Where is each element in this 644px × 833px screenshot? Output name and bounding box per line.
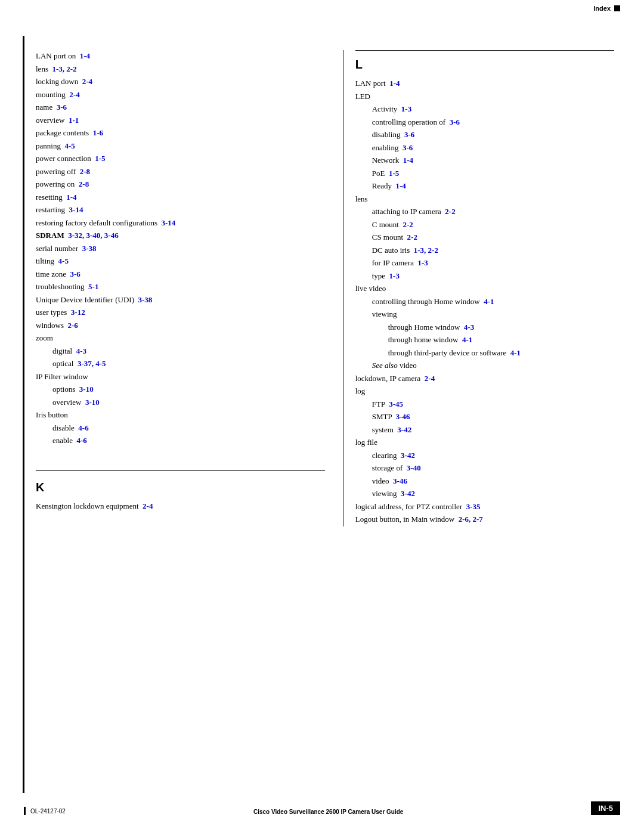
list-item: DC auto iris 1-3, 2-2 xyxy=(372,244,614,256)
k-section: K Kensington lockdown equipment 2-4 xyxy=(36,470,325,512)
list-item: LED xyxy=(355,91,614,103)
list-item: attaching to IP camera 2-2 xyxy=(372,206,614,218)
list-item: system 3-42 xyxy=(372,424,614,436)
list-item: powering off 2-8 xyxy=(36,166,325,178)
list-item: Iris button xyxy=(36,409,325,421)
list-item: lockdown, IP camera 2-4 xyxy=(355,373,614,385)
list-item: IP Filter window xyxy=(36,371,325,383)
footer-page: IN-5 xyxy=(591,801,620,815)
right-column: L LAN port 1-4 LED Activity 1-3 controll… xyxy=(343,50,614,527)
list-item: LAN port on 1-4 xyxy=(36,50,325,62)
list-item: enabling 3-6 xyxy=(372,142,614,154)
right-col-divider xyxy=(355,50,614,51)
section-letter-l: L xyxy=(355,58,614,72)
list-item: live video xyxy=(355,283,614,295)
list-item: type 1-3 xyxy=(372,270,614,282)
list-item: digital 4-3 xyxy=(52,345,325,357)
footer: OL-24127-02 Cisco Video Surveillance 260… xyxy=(0,801,644,815)
list-item: video 3-46 xyxy=(372,475,614,487)
list-item: options 3-10 xyxy=(52,383,325,395)
list-item: logical address, for PTZ controller 3-35 xyxy=(355,501,614,513)
section-letter-k: K xyxy=(36,481,325,494)
list-item: Logout button, in Main window 2-6, 2-7 xyxy=(355,513,614,525)
doc-number: OL-24127-02 xyxy=(30,808,66,815)
list-item: for IP camera 1-3 xyxy=(372,257,614,269)
list-item: user types 3-12 xyxy=(36,306,325,318)
list-item: time zone 3-6 xyxy=(36,268,325,280)
list-item: controlling through Home window 4-1 xyxy=(372,296,614,308)
list-item: locking down 2-4 xyxy=(36,76,325,88)
list-item: tilting 4-5 xyxy=(36,255,325,267)
list-item: troubleshooting 5-1 xyxy=(36,281,325,293)
list-item: Unique Device Identifier (UDI) 3-38 xyxy=(36,294,325,306)
list-item: clearing 3-42 xyxy=(372,450,614,462)
list-item: lens 1-3, 2-2 xyxy=(36,63,325,75)
list-item: power connection 1-5 xyxy=(36,153,325,165)
list-item: enable 4-6 xyxy=(52,435,325,447)
top-header: Index xyxy=(0,0,644,14)
footer-left: OL-24127-02 xyxy=(24,807,66,815)
list-item: LAN port 1-4 xyxy=(355,78,614,89)
list-item: lens xyxy=(355,193,614,205)
list-item: disabling 3-6 xyxy=(372,129,614,141)
list-item: PoE 1-5 xyxy=(372,168,614,179)
list-item: viewing xyxy=(372,308,614,320)
list-item: See also video xyxy=(372,360,614,371)
list-item: Network 1-4 xyxy=(372,154,614,166)
list-item: name 3-6 xyxy=(36,101,325,113)
list-item: overview 1-1 xyxy=(36,114,325,126)
list-item: log file xyxy=(355,436,614,448)
footer-left-bar xyxy=(24,807,26,815)
list-item: serial number 3-38 xyxy=(36,243,325,255)
main-content: LAN port on 1-4 lens 1-3, 2-2 locking do… xyxy=(0,14,644,574)
list-item: restoring factory default configurations… xyxy=(36,217,325,229)
footer-title: Cisco Video Surveillance 2600 IP Camera … xyxy=(66,809,592,815)
list-item: restarting 3-14 xyxy=(36,204,325,216)
left-column: LAN port on 1-4 lens 1-3, 2-2 locking do… xyxy=(36,50,343,527)
list-item: SDRAM 3-32, 3-40, 3-46 xyxy=(36,230,325,241)
list-item: resetting 1-4 xyxy=(36,191,325,203)
list-item: controlling operation of 3-6 xyxy=(372,116,614,128)
list-item: through Home window 4-3 xyxy=(388,321,614,333)
list-item: storage of 3-40 xyxy=(372,462,614,474)
list-item: CS mount 2-2 xyxy=(372,231,614,243)
list-item: viewing 3-42 xyxy=(372,488,614,500)
list-item: log xyxy=(355,385,614,397)
list-item: SMTP 3-46 xyxy=(372,411,614,423)
list-item: Kensington lockdown equipment 2-4 xyxy=(36,500,325,512)
list-item: optical 3-37, 4-5 xyxy=(52,358,325,370)
list-item: windows 2-6 xyxy=(36,320,325,332)
list-item: C mount 2-2 xyxy=(372,219,614,231)
list-item: panning 4-5 xyxy=(36,140,325,152)
header-index-label: Index xyxy=(593,5,611,12)
list-item: powering on 2-8 xyxy=(36,178,325,190)
list-item: through home window 4-1 xyxy=(388,334,614,346)
list-item: through third-party device or software 4… xyxy=(388,347,614,359)
header-square-icon xyxy=(614,5,620,11)
list-item: package contents 1-6 xyxy=(36,127,325,139)
list-item: mounting 2-4 xyxy=(36,89,325,101)
page: Index LAN port on 1-4 lens 1-3, 2-2 lock… xyxy=(0,0,644,833)
list-item: Activity 1-3 xyxy=(372,103,614,115)
list-item: disable 4-6 xyxy=(52,422,325,434)
left-vertical-bar xyxy=(23,36,24,793)
list-item: zoom xyxy=(36,332,325,344)
list-item: Ready 1-4 xyxy=(372,180,614,192)
list-item: FTP 3-45 xyxy=(372,398,614,410)
list-item: overview 3-10 xyxy=(52,397,325,408)
